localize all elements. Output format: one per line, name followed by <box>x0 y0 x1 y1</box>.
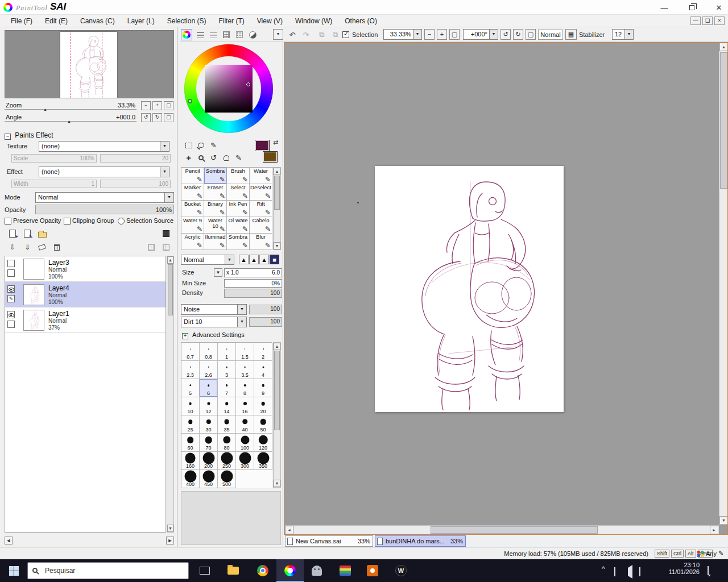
canvas-tab-new-canvas[interactable]: New Canvas.sai 33% <box>285 535 373 547</box>
brush-size-70[interactable]: 70 <box>200 434 218 452</box>
zoom-tool[interactable] <box>196 152 206 163</box>
effect-width2-slider[interactable]: 100 <box>100 180 171 188</box>
rotate-ccw-button[interactable]: ↺ <box>500 29 511 40</box>
delete-layer-button[interactable] <box>51 242 63 253</box>
eyedropper-tool[interactable]: ✎ <box>233 152 244 163</box>
brush-size-160[interactable]: 160 <box>181 452 200 470</box>
brush-shape-button-3[interactable]: ▲ <box>259 255 269 264</box>
notification-center-icon[interactable] <box>708 567 709 575</box>
brush-size-0.7[interactable]: 0.7 <box>181 343 200 361</box>
menu-item-window[interactable]: Window (W) <box>289 15 338 27</box>
color-swatches-mode-button[interactable] <box>221 29 232 40</box>
menu-item-filter[interactable]: Filter (T) <box>212 15 250 27</box>
mdi-restore-button[interactable]: ❑ <box>702 16 713 25</box>
menu-item-layer[interactable]: Layer (L) <box>121 15 161 27</box>
brush-water-9[interactable]: Water 9✎ <box>181 217 204 234</box>
brush-ol-wate[interactable]: Ol Wate✎ <box>227 217 250 234</box>
panel-scroll-left-button[interactable]: ◄ <box>5 537 13 544</box>
custom-swatches-mode-button[interactable] <box>234 29 245 40</box>
brush-size-40[interactable]: 40 <box>236 415 254 434</box>
display-tray-icon[interactable] <box>614 568 615 576</box>
texture-scale2-slider[interactable]: 20 <box>100 154 171 163</box>
brush-size-20[interactable]: 20 <box>254 397 272 415</box>
zoom-combo[interactable]: 33.33% ▼ <box>383 29 422 40</box>
nav-zoom-reset-button[interactable]: ▢ <box>164 101 173 110</box>
brush-ink-pen[interactable]: Ink Pen✎ <box>227 201 250 217</box>
brush-size-250[interactable]: 250 <box>218 452 236 470</box>
layers-scrollbar[interactable]: ▲ ▼ <box>167 256 174 533</box>
scroll-down-arrow[interactable]: ▼ <box>274 480 280 487</box>
taskbar-app-w[interactable]: W <box>387 559 415 582</box>
texture-dropdown[interactable]: (none) ▼ <box>39 141 169 152</box>
mdi-minimize-button[interactable]: — <box>690 16 701 25</box>
new-layer-set-button[interactable] <box>36 228 48 239</box>
panel-scroll-right-button[interactable]: ► <box>166 537 174 544</box>
nav-angle-reset-button[interactable]: ▢ <box>164 113 173 122</box>
chevron-down-icon[interactable]: ▼ <box>160 142 169 151</box>
panel-dropdown-button[interactable]: ▼ <box>273 29 283 40</box>
brush-size-16[interactable]: 16 <box>236 397 254 415</box>
layer-mask-button[interactable] <box>160 228 172 239</box>
brush-shape-button-2[interactable]: ▲ <box>249 255 259 264</box>
brush-sombra[interactable]: Sombra✎ <box>204 168 227 184</box>
keyboard-tray-icon[interactable] <box>639 568 640 576</box>
menu-item-selection[interactable]: Selection (S) <box>161 15 213 27</box>
scratchpad-mode-button[interactable] <box>247 29 258 40</box>
layer-lock-checkbox[interactable] <box>7 321 15 328</box>
brush-water[interactable]: Water✎ <box>250 168 272 184</box>
scroll-down-arrow[interactable]: ▼ <box>719 516 728 525</box>
brush-size-3.5[interactable]: 3.5 <box>236 361 254 379</box>
navigator-preview[interactable] <box>5 30 174 98</box>
chevron-down-icon[interactable]: ▼ <box>237 317 246 327</box>
close-button[interactable]: ✕ <box>710 0 728 15</box>
brush-size-25[interactable]: 25 <box>181 415 200 434</box>
brush-size-5[interactable]: 5 <box>181 379 200 397</box>
brush-size-2[interactable]: 2 <box>254 343 272 361</box>
rgb-sliders-mode-button[interactable] <box>195 29 206 40</box>
brush-eraser[interactable]: Eraser✎ <box>204 184 227 201</box>
brush-size-6[interactable]: 6 <box>200 379 218 397</box>
chevron-down-icon[interactable]: ▼ <box>624 30 633 39</box>
brush-size-2.3[interactable]: 2.3 <box>181 361 200 379</box>
slider-marker[interactable]: ▲ <box>67 119 71 123</box>
horizontal-scrollbar[interactable]: ◄ ► <box>285 525 719 534</box>
selection-copy-button[interactable]: ⧉ <box>316 29 328 40</box>
nav-zoom-in-button[interactable]: + <box>152 101 162 110</box>
brush-size-100[interactable]: 100 <box>236 434 254 452</box>
brush-deselect[interactable]: Deselect✎ <box>250 184 272 201</box>
color-wheel[interactable] <box>184 44 273 133</box>
scroll-up-arrow[interactable]: ▲ <box>719 43 728 51</box>
brush-size-35[interactable]: 35 <box>218 415 236 434</box>
size-field[interactable]: x 1.0 6.0 <box>224 268 282 277</box>
brush-blend-dropdown[interactable]: Normal ▼ <box>181 255 234 265</box>
transfer-down-button[interactable]: ⇩ <box>7 242 18 253</box>
brush-size-200[interactable]: 200 <box>200 452 218 470</box>
layer-option-button[interactable] <box>160 242 172 253</box>
brush-size-2.6[interactable]: 2.6 <box>200 361 218 379</box>
canvas-tab-bundinha[interactable]: bunDINHA do mars... 33% <box>375 535 466 547</box>
menu-item-others[interactable]: Others (O) <box>338 15 383 27</box>
undo-button[interactable]: ↶ <box>287 29 298 40</box>
brush-size-120[interactable]: 120 <box>254 434 272 452</box>
start-button[interactable] <box>0 559 27 582</box>
dirt-dropdown[interactable]: Dirt 10 ▼ <box>181 317 247 327</box>
chevron-down-icon[interactable]: ▼ <box>237 305 246 314</box>
taskbar-app-sai-active[interactable] <box>276 559 304 582</box>
scroll-thumb[interactable] <box>274 351 280 430</box>
dirt-slider[interactable]: 100 <box>249 317 282 327</box>
brush-size-9[interactable]: 9 <box>254 379 272 397</box>
nav-rotate-ccw-button[interactable]: ↺ <box>141 113 151 122</box>
hue-cursor[interactable] <box>188 99 192 103</box>
lasso-tool[interactable] <box>196 140 206 151</box>
scroll-down-arrow[interactable]: ▼ <box>274 242 280 250</box>
min-size-slider[interactable]: 0% <box>224 279 282 288</box>
angle-combo[interactable]: +000° ▼ <box>463 29 498 40</box>
brush-water-10[interactable]: Water 10✎ <box>204 217 227 234</box>
chevron-down-icon[interactable]: ▼ <box>160 167 169 177</box>
noise-dropdown[interactable]: Noise ▼ <box>181 304 247 315</box>
brush-size-1[interactable]: 1 <box>218 343 236 361</box>
texture-scale-slider[interactable]: Scale 100% <box>11 154 97 163</box>
layer-visibility-checkbox[interactable] <box>7 285 15 293</box>
layer-lock-checkbox[interactable]: ✎ <box>7 295 15 302</box>
selection-visible-checkbox[interactable] <box>342 31 349 39</box>
